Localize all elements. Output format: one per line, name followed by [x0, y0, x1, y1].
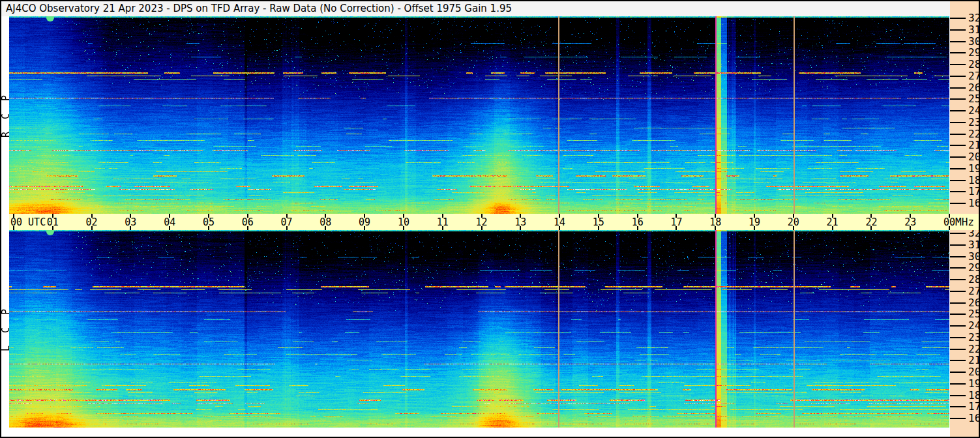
freq-label: 25 — [968, 93, 980, 105]
title-bar: AJ4CO Observatory 21 Apr 2023 - DPS on T… — [1, 1, 950, 16]
freq-label: 31 — [968, 239, 980, 251]
freq-tick — [950, 145, 966, 146]
freq-tick — [950, 180, 966, 181]
hour-label: 18 — [696, 214, 735, 230]
freq-label: 27 — [968, 70, 980, 82]
time-axis: MHz 00 UTC010203040506070809101112131415… — [9, 214, 979, 230]
freq-tick — [950, 244, 966, 246]
freq-tick — [950, 203, 966, 204]
hour-label: 14 — [540, 214, 579, 230]
hour-label: 11 — [423, 214, 462, 230]
freq-label: 21 — [968, 139, 980, 151]
hour-label: 16 — [618, 214, 657, 230]
freq-label: 24 — [968, 320, 980, 332]
freq-label: 27 — [968, 285, 980, 297]
freq-tick — [950, 156, 966, 158]
hour-label: 13 — [501, 214, 540, 230]
freq-label: 19 — [968, 378, 980, 390]
freq-label: 22 — [968, 343, 980, 355]
freq-label: 16 — [968, 197, 980, 209]
freq-label: 31 — [968, 24, 980, 36]
spectrogram-window: AJ4CO Observatory 21 Apr 2023 - DPS on T… — [0, 0, 980, 438]
freq-tick — [950, 267, 966, 269]
freq-tick — [950, 52, 966, 53]
freq-tick — [950, 325, 966, 327]
hour-label: 15 — [579, 214, 618, 230]
freq-label: 29 — [968, 262, 980, 274]
freq-tick — [950, 291, 966, 292]
freq-tick — [950, 337, 966, 338]
hour-label: 12 — [462, 214, 501, 230]
hour-label: 05 — [189, 214, 228, 230]
hour-label: 08 — [306, 214, 345, 230]
freq-tick — [950, 41, 966, 42]
freq-label: 30 — [968, 36, 980, 48]
freq-label: 23 — [968, 117, 980, 128]
hour-label: 22 — [852, 214, 891, 230]
hour-label: 07 — [267, 214, 306, 230]
hour-label: 21 — [813, 214, 852, 230]
freq-tick — [950, 360, 966, 361]
freq-tick — [950, 64, 966, 65]
freq-tick — [950, 110, 966, 111]
freq-label: 17 — [968, 186, 980, 197]
freq-label: 28 — [968, 59, 980, 70]
freq-label: 17 — [968, 401, 980, 413]
hour-label: 01 — [33, 214, 72, 230]
freq-tick — [950, 233, 966, 234]
freq-label: 22 — [968, 128, 980, 140]
freq-label: 18 — [968, 175, 980, 186]
freq-tick — [950, 76, 966, 77]
freq-label: 19 — [968, 163, 980, 175]
freq-label: 20 — [968, 366, 980, 378]
freq-label: 32 — [968, 12, 980, 24]
hour-label: 03 — [111, 214, 150, 230]
freq-tick — [950, 349, 966, 350]
hour-label: 09 — [345, 214, 384, 230]
freq-tick — [950, 18, 966, 19]
spectrogram-lcp-panel — [9, 230, 949, 428]
spectrogram-rcp-panel — [9, 16, 949, 214]
freq-tick — [950, 87, 966, 89]
freq-label: 23 — [968, 332, 980, 343]
freq-label: 26 — [968, 297, 980, 309]
freq-label: 30 — [968, 251, 980, 263]
freq-tick — [950, 256, 966, 257]
freq-label: 25 — [968, 308, 980, 320]
freq-tick — [950, 406, 966, 407]
freq-tick — [950, 383, 966, 385]
freq-label: 16 — [968, 413, 980, 424]
freq-tick — [950, 122, 966, 123]
hour-label: 19 — [735, 214, 774, 230]
freq-label: 20 — [968, 151, 980, 163]
page-title: AJ4CO Observatory 21 Apr 2023 - DPS on T… — [1, 1, 950, 16]
hour-label: 20 — [774, 214, 813, 230]
freq-tick — [950, 418, 966, 419]
freq-label: 28 — [968, 274, 980, 285]
hour-label: 10 — [384, 214, 423, 230]
hour-label: 17 — [657, 214, 696, 230]
freq-tick — [950, 191, 966, 192]
freq-label: 18 — [968, 390, 980, 402]
panel-label-rcp: R C P — [0, 92, 12, 138]
hour-label: 23 — [891, 214, 930, 230]
freq-label: 26 — [968, 82, 980, 94]
freq-tick — [950, 395, 966, 396]
freq-label: 21 — [968, 355, 980, 366]
freq-tick — [950, 168, 966, 169]
hour-label: 06 — [228, 214, 267, 230]
hour-label: 02 — [72, 214, 111, 230]
freq-tick — [950, 98, 966, 100]
panel-label-lcp: L C P — [0, 306, 12, 351]
freq-tick — [950, 302, 966, 304]
freq-tick — [950, 372, 966, 373]
hour-label: 04 — [150, 214, 189, 230]
freq-tick — [950, 29, 966, 31]
hour-label: 00 — [930, 214, 969, 230]
freq-tick — [950, 314, 966, 315]
freq-label: 24 — [968, 105, 980, 117]
freq-label: 29 — [968, 47, 980, 59]
freq-tick — [950, 134, 966, 135]
freq-tick — [950, 279, 966, 280]
